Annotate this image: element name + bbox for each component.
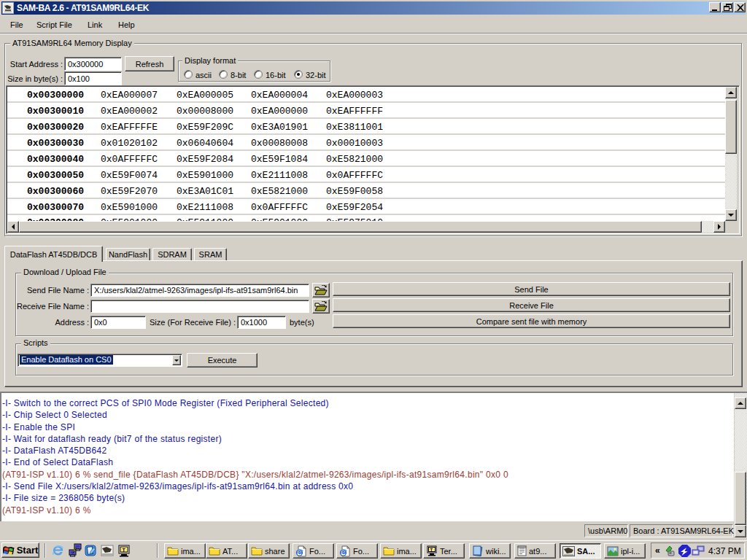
svg-text:T: T bbox=[430, 548, 433, 552]
svg-text:T: T bbox=[123, 548, 126, 553]
